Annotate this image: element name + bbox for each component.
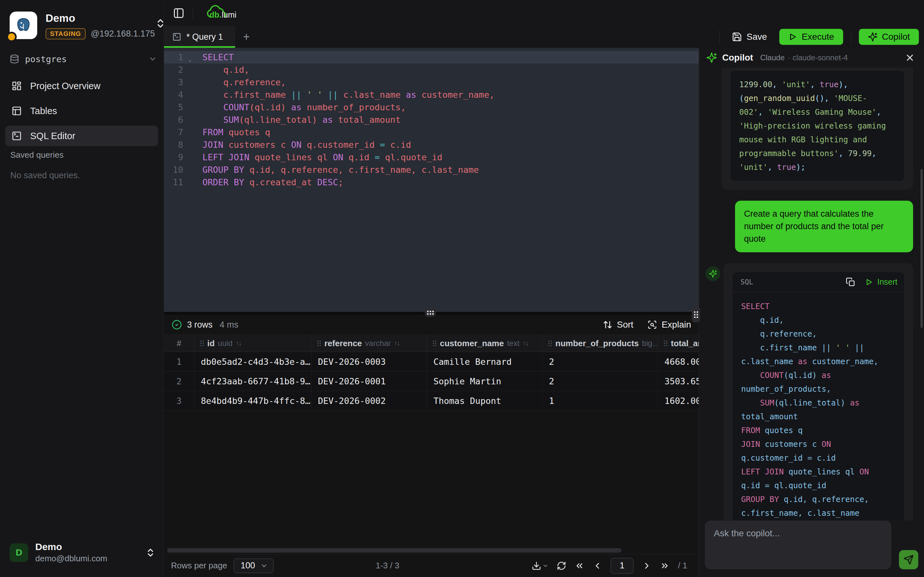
code-line: 'High-precision wireless gaming <box>739 119 895 133</box>
editor-line[interactable]: 8JOIN customers c ON q.customer_id = c.i… <box>164 139 699 151</box>
user-menu[interactable]: D Demo demo@dblumi.com <box>10 542 156 564</box>
download-button[interactable] <box>531 561 548 571</box>
sort-arrows-icon[interactable]: ↑↓ <box>236 340 241 347</box>
explain-label: Explain <box>662 319 691 330</box>
copilot-messages[interactable]: 1299.00, 'unit', true),(gen_random_uuid(… <box>699 68 924 521</box>
new-tab-button[interactable]: + <box>235 26 258 48</box>
table-cell[interactable]: db0e5ad2-c4d3-4b3e-a… <box>194 352 312 371</box>
row-index[interactable]: 1 <box>164 352 194 371</box>
user-name: Demo <box>35 542 145 552</box>
table-cell[interactable]: 4668.00 <box>658 352 699 371</box>
column-header-customer-name[interactable]: customer_name text ↑↓ <box>427 335 543 351</box>
sql-editor[interactable]: 1⌄SELECT2 q.id,3 q.reference,4 c.first_n… <box>164 48 699 312</box>
execute-button[interactable]: Execute <box>779 29 843 45</box>
copilot-button[interactable]: Copilot <box>859 29 919 45</box>
sidebar-item-tables[interactable]: Tables <box>5 101 158 121</box>
editor-line[interactable]: 1⌄SELECT <box>164 51 699 63</box>
rows-per-page-select[interactable]: 100 <box>234 558 274 573</box>
column-header-id[interactable]: id uuid ↑↓ <box>194 335 312 351</box>
project-switcher[interactable]: Demo STAGING @192.168.1.175 <box>10 11 157 39</box>
editor-line[interactable]: 5 COUNT(ql.id) as number_of_products, <box>164 101 699 113</box>
database-name: postgres <box>25 54 67 64</box>
editor-line[interactable]: 11ORDER BY q.created_at DESC; <box>164 176 699 189</box>
table-row[interactable]: 38e4bd4b9-447b-4ffc-8…DEV-2026-0002Thoma… <box>164 391 699 411</box>
last-page-button[interactable] <box>660 561 670 571</box>
sidebar-item-label: SQL Editor <box>30 131 75 141</box>
tab-query-1[interactable]: * Query 1 <box>164 26 235 48</box>
row-index[interactable]: 3 <box>164 391 194 410</box>
table-cell[interactable]: 1602.00 <box>658 391 699 410</box>
panel-drag-handle[interactable] <box>692 306 700 322</box>
table-icon <box>11 106 22 116</box>
copilot-avatar-sparkles-icon <box>706 266 720 281</box>
next-page-button[interactable] <box>642 561 652 571</box>
first-page-button[interactable] <box>575 561 584 571</box>
editor-line[interactable]: 4 c.first_name || ' ' || c.last_name as … <box>164 89 699 101</box>
sparkles-icon <box>706 52 717 63</box>
sort-arrows-icon[interactable]: ↑↓ <box>523 340 528 347</box>
send-button[interactable] <box>899 550 918 569</box>
connection-status-dot <box>6 32 17 42</box>
table-cell[interactable]: 8e4bd4b9-447b-4ffc-8… <box>194 391 312 410</box>
editor-line[interactable]: 9LEFT JOIN quote_lines ql ON q.id = ql.q… <box>164 151 699 163</box>
copilot-input[interactable] <box>705 521 891 569</box>
editor-line[interactable]: 10GROUP BY q.id, q.reference, c.first_na… <box>164 163 699 176</box>
editor-line[interactable]: 7FROM quotes q <box>164 126 699 139</box>
code-language-label: SQL <box>740 278 753 286</box>
results-panel: 3 rows 4 ms Sort Explain <box>164 315 699 577</box>
panel-left-toggle-icon[interactable] <box>173 7 184 19</box>
table-cell[interactable]: DEV-2026-0001 <box>312 372 427 391</box>
insert-button[interactable]: Insert <box>865 277 897 287</box>
sidebar-item-sql-editor[interactable]: SQL Editor <box>5 126 158 146</box>
refresh-button[interactable] <box>557 561 566 571</box>
assistant-message: 1299.00, 'unit', true),(gen_random_uuid(… <box>722 68 913 190</box>
table-row[interactable]: 24cf23aab-6677-41b8-9…DEV-2026-0001Sophi… <box>164 372 699 391</box>
table-cell[interactable]: 2 <box>543 352 658 371</box>
scan-search-icon <box>648 320 657 330</box>
table-cell[interactable]: Camille Bernard <box>427 352 543 371</box>
table-cell[interactable]: 2 <box>543 372 658 391</box>
code-line: q.id, <box>741 313 895 327</box>
table-cell[interactable]: 4cf23aab-6677-41b8-9… <box>194 372 312 391</box>
rows-per-page-value: 100 <box>241 561 255 571</box>
rows-per-page-label: Rows per page <box>171 561 227 571</box>
sort-button[interactable]: Sort <box>603 319 633 330</box>
explain-button[interactable]: Explain <box>648 319 691 330</box>
sidebar-nav: Project Overview Tables SQL Editor <box>5 76 158 151</box>
divider <box>719 30 720 44</box>
code-block: 1299.00, 'unit', true),(gen_random_uuid(… <box>730 70 905 181</box>
save-button[interactable]: Save <box>727 29 772 45</box>
pagination-range: 1-3 / 3 <box>376 561 399 571</box>
fold-chevron-icon[interactable]: ⌄ <box>188 53 192 66</box>
editor-actions: Save Execute Copilot <box>719 26 924 48</box>
copy-icon[interactable] <box>846 277 855 287</box>
prev-page-button[interactable] <box>593 561 602 571</box>
database-selector[interactable]: postgres <box>10 50 157 68</box>
column-header-number-of-products[interactable]: number_of_products big… ↑↓ <box>543 335 658 351</box>
column-header-total-amount[interactable]: total_amount <box>658 335 699 351</box>
line-number: 7 <box>164 126 186 139</box>
scrollbar-thumb[interactable] <box>167 548 622 553</box>
table-row[interactable]: 1db0e5ad2-c4d3-4b3e-a…DEV-2026-0003Camil… <box>164 352 699 372</box>
sidebar-item-project-overview[interactable]: Project Overview <box>5 76 158 96</box>
table-cell[interactable]: 3503.65 <box>658 372 699 391</box>
sort-arrows-icon[interactable]: ↑↓ <box>394 340 399 347</box>
row-index[interactable]: 2 <box>164 372 194 391</box>
project-name: Demo <box>45 12 155 24</box>
table-cell[interactable]: Thomas Dupont <box>427 391 543 410</box>
table-cell[interactable]: DEV-2026-0002 <box>312 391 427 410</box>
app-root: Demo STAGING @192.168.1.175 postgres <box>0 0 924 577</box>
table-cell[interactable]: 1 <box>543 391 658 410</box>
editor-line[interactable]: 2 q.id, <box>164 63 699 76</box>
page-number-input[interactable]: 1 <box>611 558 634 574</box>
column-header-reference[interactable]: reference varchar ↑↓ <box>312 335 427 351</box>
copilot-scrollbar-thumb[interactable] <box>921 169 923 328</box>
editor-line[interactable]: 6 SUM(ql.line_total) as total_amount <box>164 113 699 126</box>
close-icon[interactable] <box>905 53 915 63</box>
splitter-drag-handle[interactable] <box>425 308 436 317</box>
editor-line[interactable]: 3 q.reference, <box>164 76 699 89</box>
horizontal-scrollbar[interactable] <box>167 548 696 553</box>
code-line: c.first_name || ' ' || <box>741 341 895 355</box>
table-cell[interactable]: Sophie Martin <box>427 372 543 391</box>
table-cell[interactable]: DEV-2026-0003 <box>312 352 427 371</box>
